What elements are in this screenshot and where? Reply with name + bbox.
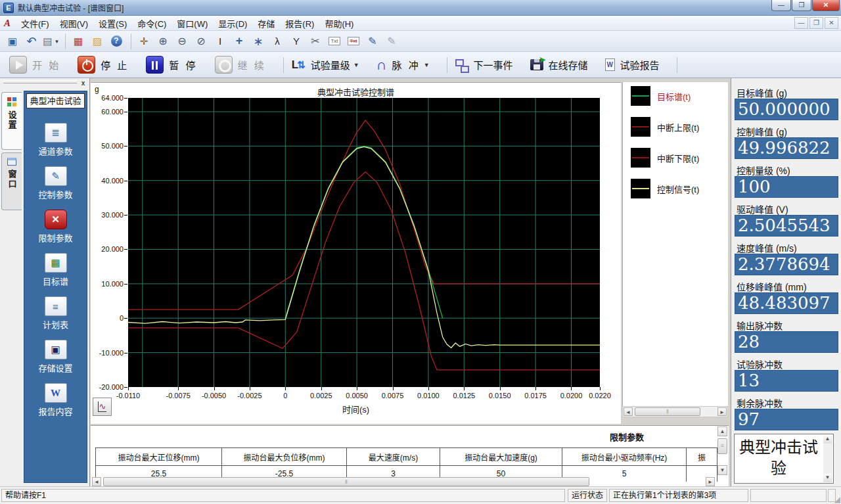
crosshair-icon[interactable]: +: [231, 33, 248, 50]
single-cursor-icon[interactable]: λ: [269, 33, 286, 50]
online-store-button[interactable]: ➤ 在线存储: [526, 57, 592, 73]
status-empty-segment: [750, 489, 827, 502]
scroll-down-icon[interactable]: ▼: [823, 474, 832, 482]
zoom-vertical-icon[interactable]: ⊖: [173, 33, 191, 50]
pan-icon[interactable]: ✛: [135, 33, 152, 50]
channel-params-icon: ≣: [45, 123, 67, 143]
settings-tab-icon: [7, 97, 16, 106]
test-type-text: 典型冲击试验: [736, 437, 821, 479]
annotation-icon[interactable]: ✎: [364, 33, 381, 50]
cursor-measure-icon[interactable]: Ι: [212, 33, 229, 50]
remaining-pulse-count-label: 剩余脉冲数: [737, 396, 841, 407]
star-cursor-icon[interactable]: ∗: [250, 33, 267, 50]
y-tick-mark: [124, 284, 127, 285]
open-folder-icon[interactable]: ▨: [89, 33, 106, 50]
scrollbar-thumb[interactable]: ⫴: [103, 477, 589, 486]
sidebar-item-report-content[interactable]: W 报告内容: [24, 383, 87, 417]
y-tick-label: 30.000: [93, 211, 124, 219]
legend-item-target[interactable]: 目标谱(t): [631, 86, 691, 106]
limit-params-section: 限制参数 振动台最大正位移(mm) 振动台最大负位移(mm) 最大速度(m/s)…: [91, 425, 729, 486]
delete-cursor-icon[interactable]: ✂: [307, 33, 324, 50]
legend-item-upper-abort[interactable]: 中断上限(t): [631, 117, 699, 137]
y-tick-mark: [124, 98, 127, 99]
standard-toolbar: ▣ ↶ ▤▾ ▦ ▨ ? ✛ ⊕ ⊖ ⊘ Ι + ∗ λ Y ✂ Txt Txt…: [0, 31, 841, 52]
pause-button[interactable]: 暂 停: [142, 55, 201, 75]
toolbar-separator: [677, 57, 677, 73]
zoom-reset-icon[interactable]: ⊘: [193, 33, 210, 50]
vendor-logo-icon: A: [4, 18, 11, 29]
zoom-in-icon[interactable]: ⊕: [154, 33, 171, 50]
resize-grip[interactable]: ◢: [834, 495, 840, 504]
start-button[interactable]: 开 始: [5, 55, 64, 75]
pulse-dropdown-icon[interactable]: ▼: [424, 62, 430, 68]
test-type-header[interactable]: 典型冲击试验: [26, 93, 85, 108]
level-dropdown-icon[interactable]: ▼: [353, 62, 359, 68]
menu-command[interactable]: 命令(C): [132, 16, 171, 31]
run-toolbar: 开 始 停 止 暂 停 继 续 L ⇅ 试验量级 ▼ ∩ 脉 冲 ▼ 下: [0, 52, 841, 78]
scrollbar-thumb[interactable]: ≡: [717, 438, 727, 454]
menu-window[interactable]: 窗口(W): [171, 16, 213, 31]
menu-view[interactable]: 视图(V): [55, 16, 93, 31]
menu-storage[interactable]: 存储: [252, 16, 280, 31]
close-button[interactable]: ✕: [812, 0, 840, 11]
pulse-button[interactable]: ∩ 脉 冲 ▼: [373, 55, 434, 75]
menu-bar: A 文件(F) 视图(V) 设置(S) 命令(C) 窗口(W) 显示(D) 存储…: [0, 16, 841, 31]
help-icon[interactable]: ?: [108, 33, 125, 50]
sidebar-item-limit-params[interactable]: ✕ 限制参数: [24, 210, 87, 244]
scroll-up-icon[interactable]: ▲: [717, 426, 727, 436]
undo-icon[interactable]: ↶: [23, 33, 40, 50]
minimize-button[interactable]: —: [771, 0, 791, 11]
test-report-button[interactable]: W 试验报告: [601, 57, 664, 73]
start-icon: [9, 56, 27, 74]
menu-file[interactable]: 文件(F): [16, 16, 55, 31]
dock-gripper[interactable]: [3, 80, 77, 83]
stop-button[interactable]: 停 止: [74, 55, 133, 75]
menu-display[interactable]: 显示(D): [213, 16, 252, 31]
scroll-down-icon[interactable]: ▼: [717, 465, 727, 475]
scroll-left-icon[interactable]: ◄: [92, 477, 101, 486]
toolbar-separator: [65, 34, 66, 49]
sidebar-item-target-spectrum[interactable]: ▦ 目标谱: [24, 253, 87, 287]
y-tick-mark: [124, 353, 127, 354]
save-icon[interactable]: ▣: [4, 33, 21, 50]
double-cursor-icon[interactable]: Y: [288, 33, 305, 50]
chart-grid-icon[interactable]: ▦: [70, 33, 87, 50]
spectrum-chart-panel: 典型冲击试验控制谱 g 64.00060.00050.00040.00030.0…: [91, 82, 621, 424]
chart-options-button[interactable]: ∿: [93, 398, 112, 416]
legend-item-lower-abort[interactable]: 中断下限(t): [631, 148, 699, 168]
x-tick-label: 0.0050: [339, 392, 375, 400]
sidebar-item-storage-settings[interactable]: ▣ 存储设置: [24, 340, 87, 374]
sidebar-item-control-params[interactable]: ✎ 控制参数: [24, 166, 87, 200]
scroll-right-icon[interactable]: ►: [706, 477, 715, 486]
delete-annotation-icon[interactable]: ✎: [383, 33, 400, 50]
monitor-scrollbar[interactable]: ▲ ▼: [823, 435, 832, 482]
plot-area[interactable]: [128, 98, 600, 387]
menu-report[interactable]: 报告(R): [280, 16, 319, 31]
print-icon[interactable]: ▤▾: [42, 33, 59, 50]
mdi-minimize-button[interactable]: —: [794, 17, 808, 29]
resume-button[interactable]: 继 续: [211, 55, 270, 75]
pause-icon: [146, 56, 164, 74]
test-level-button[interactable]: L ⇅ 试验量级 ▼: [288, 57, 363, 73]
delete-text-label-icon[interactable]: Txt: [345, 33, 362, 50]
x-tick-mark: [285, 387, 286, 390]
scrollbar-thumb[interactable]: ⫴: [635, 407, 700, 416]
sidebar-item-schedule[interactable]: ≡ 计划表: [24, 296, 87, 331]
sidebar-item-channel-params[interactable]: ≣ 通道参数: [24, 123, 87, 157]
mdi-restore-button[interactable]: ❐: [809, 17, 823, 29]
legend-horizontal-scrollbar[interactable]: ◄ ⫴ ►: [622, 406, 728, 417]
menu-help[interactable]: 帮助(H): [319, 16, 359, 31]
text-label-icon[interactable]: Txt: [326, 33, 343, 50]
legend-item-control-signal[interactable]: 控制信号(t): [631, 179, 699, 198]
drive-peak-value: 2.5045543: [735, 215, 838, 237]
scroll-right-icon[interactable]: ►: [717, 407, 727, 416]
next-event-button[interactable]: 下一事件: [451, 57, 517, 73]
tab-window[interactable]: 窗口: [1, 152, 22, 210]
scroll-left-icon[interactable]: ◄: [624, 407, 633, 416]
scroll-up-icon[interactable]: ▲: [823, 435, 832, 444]
mdi-close-button[interactable]: ✕: [825, 17, 838, 29]
restore-button[interactable]: ❐: [792, 0, 811, 11]
tab-settings[interactable]: 设置: [1, 92, 22, 150]
dock-close-icon[interactable]: x: [79, 79, 87, 87]
menu-settings[interactable]: 设置(S): [93, 16, 132, 31]
